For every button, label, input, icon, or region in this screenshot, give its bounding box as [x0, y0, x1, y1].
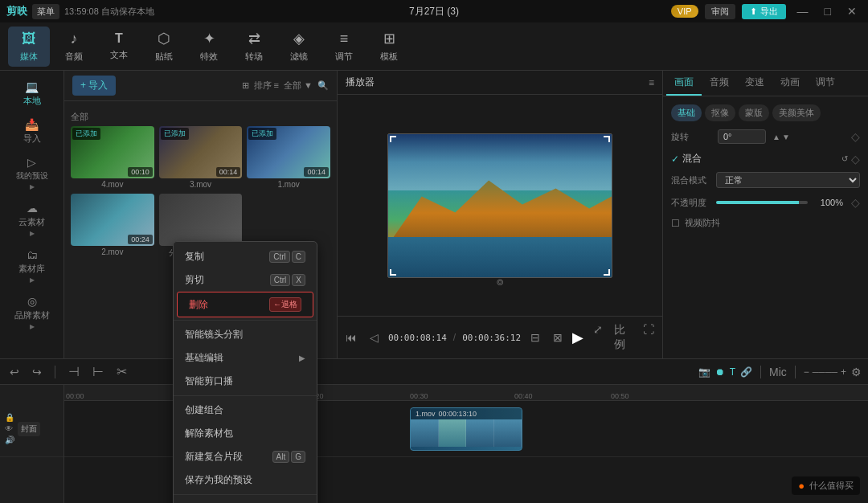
- minimize-button[interactable]: —: [792, 5, 813, 18]
- nav-import[interactable]: 📥 导入: [3, 113, 60, 149]
- nav-my-preset[interactable]: ▷ 我的预设 ▶: [3, 151, 60, 195]
- ctx-replace-media[interactable]: 链接媒体: [174, 497, 317, 503]
- ctx-cut[interactable]: 剪切 Ctrl X: [174, 268, 317, 292]
- tab-speed[interactable]: 变速: [737, 71, 772, 96]
- sort-button[interactable]: 排序 ≡: [254, 80, 279, 92]
- nav-cloud[interactable]: ☁ 云素材 ▶: [3, 197, 60, 242]
- blend-mode-select[interactable]: 正常: [716, 172, 860, 188]
- blend-check[interactable]: ✓: [671, 153, 679, 165]
- timeline-settings-icon[interactable]: ⚙: [851, 366, 862, 378]
- ratio-button[interactable]: 比例: [611, 321, 635, 354]
- tab-adjust[interactable]: 调节: [808, 71, 843, 96]
- filter-button[interactable]: 全部 ▼: [284, 80, 313, 92]
- tab-canvas[interactable]: 画面: [666, 71, 702, 96]
- timeline-mark-button[interactable]: ⊟: [527, 329, 543, 346]
- fullscreen-button[interactable]: ⛶: [640, 321, 657, 354]
- menu-button[interactable]: 菜单: [32, 4, 59, 19]
- subtab-basic[interactable]: 基础: [671, 104, 702, 121]
- split-left-button[interactable]: ⊣: [65, 362, 83, 381]
- media-item-3[interactable]: 已添加 00:14: [247, 126, 330, 178]
- ctx-new-compound[interactable]: 新建复合片段 Alt G: [174, 445, 317, 468]
- tool-effect[interactable]: ✦ 特效: [188, 27, 230, 67]
- subtab-beauty[interactable]: 美颜美体: [772, 104, 821, 121]
- corner-handle-bl[interactable]: [390, 269, 396, 276]
- center-handle[interactable]: ⌾: [497, 275, 503, 288]
- zoom-minus-button[interactable]: −: [804, 366, 809, 378]
- ctx-basic-edit[interactable]: 基础编辑 ▶: [174, 346, 317, 370]
- export-button[interactable]: ⬆ 导出: [742, 4, 786, 19]
- play-button[interactable]: ▶: [572, 329, 583, 346]
- tool-audio[interactable]: ♪ 音频: [53, 27, 95, 67]
- ctx-dissolve[interactable]: 解除素材包: [174, 422, 317, 445]
- tool-media[interactable]: 🖼 媒体: [8, 27, 50, 67]
- ctx-delete[interactable]: 删除 ←退格: [177, 292, 313, 317]
- media-name-4: 2.mov: [71, 247, 154, 256]
- blend-section-title: 混合: [682, 152, 702, 166]
- opacity-slider[interactable]: [716, 201, 808, 204]
- media-duration-3: 00:14: [304, 167, 329, 177]
- media-item-5[interactable]: [159, 194, 243, 246]
- expand-button[interactable]: ⤢: [590, 321, 606, 354]
- tool-filter[interactable]: ◈ 滤镜: [278, 27, 320, 67]
- zoom-slider[interactable]: ────: [813, 367, 837, 377]
- tab-audio[interactable]: 音频: [702, 71, 737, 96]
- ctx-save-preset[interactable]: 保存为我的预设: [174, 468, 317, 492]
- corner-handle-br[interactable]: [604, 269, 610, 276]
- tl-record-icon[interactable]: ⏺: [715, 366, 725, 378]
- media-item-2[interactable]: 已添加 00:14: [159, 126, 243, 178]
- ctx-copy[interactable]: 复制 Ctrl C: [174, 245, 317, 268]
- ctx-smart-split[interactable]: 智能镜头分割: [174, 323, 317, 346]
- preview-menu-icon[interactable]: ≡: [649, 77, 654, 88]
- split-right-button[interactable]: ⊢: [89, 362, 107, 381]
- rotation-up[interactable]: ▲: [772, 133, 780, 141]
- corner-handle-tr[interactable]: [604, 136, 610, 142]
- rotation-input[interactable]: [718, 129, 766, 144]
- nav-library[interactable]: 🗂 素材库 ▶: [3, 243, 60, 288]
- zoom-plus-button[interactable]: +: [841, 366, 846, 378]
- grid-view-button[interactable]: ⊞: [242, 80, 249, 91]
- clip-thumb-sky: [439, 419, 467, 447]
- close-button[interactable]: ✕: [842, 5, 862, 18]
- tab-animation[interactable]: 动画: [772, 71, 808, 96]
- tl-camera-icon[interactable]: 📷: [698, 366, 710, 378]
- cut-button[interactable]: ✂: [113, 362, 130, 381]
- ctx-compound[interactable]: 创建组合: [174, 399, 317, 422]
- stabilize-checkbox[interactable]: ☐: [671, 218, 680, 229]
- tl-text-icon[interactable]: T: [730, 366, 735, 378]
- blend-reset[interactable]: ↺: [841, 154, 848, 163]
- skip-start-button[interactable]: ⏮: [342, 329, 360, 346]
- tool-sticker[interactable]: ⬡ 贴纸: [143, 27, 185, 67]
- track-mute-icon[interactable]: 🔊: [5, 436, 14, 444]
- tool-template[interactable]: ⊞ 模板: [368, 27, 410, 67]
- track-lock-icon[interactable]: 🔒: [5, 413, 14, 422]
- nav-brand[interactable]: ◎ 品牌素材 ▶: [3, 290, 60, 335]
- tool-adjust[interactable]: ≡ 调节: [323, 27, 365, 67]
- import-button[interactable]: + 导入: [72, 76, 116, 96]
- vip-button[interactable]: VIP: [671, 5, 698, 18]
- redo-button[interactable]: ↪: [29, 364, 45, 380]
- media-item-4[interactable]: 00:24: [71, 194, 154, 246]
- mic-button[interactable]: Mic: [769, 366, 787, 378]
- track-eye-icon[interactable]: 👁: [5, 424, 14, 433]
- search-icon[interactable]: 🔍: [317, 80, 329, 91]
- subtab-keying[interactable]: 抠像: [705, 104, 735, 121]
- nav-local[interactable]: 💻 本地: [3, 76, 60, 112]
- subtab-mask[interactable]: 蒙版: [739, 104, 769, 121]
- timeline-mark2-button[interactable]: ⊠: [550, 329, 566, 346]
- corner-handle-tl[interactable]: [390, 136, 396, 142]
- media-item-1[interactable]: 已添加 00:10: [71, 126, 154, 178]
- restore-button[interactable]: □: [820, 5, 836, 18]
- opacity-diamond[interactable]: ◇: [851, 196, 860, 209]
- tool-text[interactable]: T 文本: [98, 27, 140, 67]
- tl-link-icon[interactable]: 🔗: [740, 366, 752, 378]
- rotation-down[interactable]: ▼: [782, 133, 790, 141]
- timeline-clip-2[interactable]: 1.mov 00:00:13:10: [410, 407, 522, 451]
- ctx-smart-reframe[interactable]: 智能剪口播: [174, 370, 317, 393]
- transition-icon: ⇄: [248, 30, 260, 47]
- blend-diamond[interactable]: ◇: [851, 153, 860, 166]
- tool-transition[interactable]: ⇄ 转场: [233, 27, 275, 67]
- rotation-reset[interactable]: ◇: [851, 130, 860, 143]
- review-button[interactable]: 审阅: [705, 4, 735, 19]
- step-back-button[interactable]: ◁: [366, 329, 382, 346]
- undo-button[interactable]: ↩: [6, 364, 23, 380]
